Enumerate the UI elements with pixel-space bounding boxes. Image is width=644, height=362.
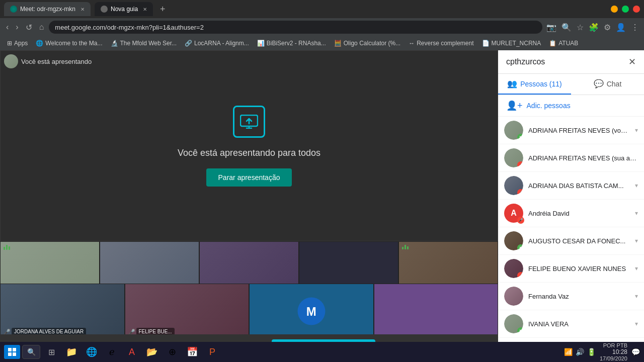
tab-meet[interactable]: Meet: odr-mgzx-mkn ✕ <box>4 2 91 16</box>
participant-list: ▶ ADRIANA FREITAS NEVES (você) ▾ 🎤 <box>498 117 644 362</box>
taskbar-date: 17/09/2020 <box>600 355 627 361</box>
tab-nova-close[interactable]: ✕ <box>143 7 147 12</box>
bookmark-bibiberv[interactable]: 📊 BiBiServ2 - RNAsha... <box>254 39 329 48</box>
tab-people[interactable]: 👥 Pessoas (11) <box>498 74 571 95</box>
taskbar-calendar[interactable]: 📅 <box>183 344 201 360</box>
bookmark-oligo[interactable]: 🧮 Oligo Calculator (%... <box>331 39 404 48</box>
participant-name-7: Fernanda Vaz <box>528 293 630 300</box>
taskbar-explorer[interactable]: 📁 <box>62 344 80 360</box>
muted-indicator: 🎤 <box>517 161 523 167</box>
search-icon[interactable]: 🔍 <box>560 22 573 33</box>
new-tab-button[interactable]: + <box>157 3 169 16</box>
nova-favicon-icon <box>101 6 108 13</box>
bookmark-mfold[interactable]: 🔬 The Mfold Web Ser... <box>108 39 180 48</box>
taskbar-language: POR PTB <box>603 342 627 348</box>
tab-chat[interactable]: 💬 Chat <box>571 74 644 95</box>
camera-icon[interactable]: 📷 <box>545 22 557 33</box>
taskbar-task-view[interactable]: ⊞ <box>42 344 60 360</box>
bookmark-apps[interactable]: ⊞ Apps <box>4 39 31 48</box>
extensions-icon[interactable]: 🧩 <box>588 22 600 33</box>
taskbar-search-button[interactable]: 🔍 <box>22 345 40 359</box>
participant-info-2: ADRIANA FREITAS NEVES (sua apres... <box>528 154 638 162</box>
speaking-indicator: ▶ <box>517 327 523 333</box>
maximize-button[interactable] <box>622 6 629 13</box>
list-item[interactable]: ▶ AUGUSTO CESAR DA FONEC... ▾ <box>498 227 644 255</box>
user-icon[interactable]: 👤 <box>615 22 627 33</box>
start-button[interactable] <box>4 345 20 359</box>
participant-cell-jordana: 🎤 JORDANA ALVES DE AGUIAR <box>0 284 125 339</box>
participant-avatar-2: 🎤 <box>504 148 523 167</box>
taskbar-right: 📶 🔊 🔋 POR PTB 10:28 17/09/2020 💬 <box>564 342 640 361</box>
sidebar-tabs: 👥 Pessoas (11) 💬 Chat <box>498 74 644 95</box>
system-tray: 📶 🔊 🔋 <box>564 348 596 356</box>
bookmark-icon[interactable]: ☆ <box>576 22 585 33</box>
participant-name-8: IVANIA VERA <box>528 320 630 328</box>
presenter-avatar <box>4 54 18 68</box>
speaker-icon[interactable]: 🔊 <box>576 348 584 356</box>
back-button[interactable]: ‹ <box>4 22 11 33</box>
menu-icon[interactable]: ⋮ <box>630 22 640 33</box>
apps-grid-icon: ⊞ <box>7 40 12 47</box>
add-person-icon: 👤+ <box>506 100 523 111</box>
chrome-icon[interactable]: ⚙ <box>603 22 612 33</box>
muted-indicator: 🎤 <box>517 189 523 195</box>
taskbar-adobe[interactable]: A <box>123 344 141 360</box>
bookmark-welcome[interactable]: 🌐 Welcome to the Ma... <box>33 39 105 48</box>
expand-icon-8: ▾ <box>635 320 638 327</box>
expand-icon-4: ▾ <box>635 210 638 217</box>
bookmark-mfold-label: The Mfold Web Ser... <box>120 40 177 47</box>
participant-name-3: ADRIANA DIAS BATISTA CAM... <box>528 182 630 190</box>
adobe-icon: A <box>129 347 135 357</box>
bookmark-atuab[interactable]: 📋 ATUAB <box>546 39 581 48</box>
taskbar-edge[interactable]: 🌐 <box>83 344 101 360</box>
bookmark-reverse-icon: ↔ <box>409 40 415 47</box>
sidebar-close-button[interactable]: ✕ <box>628 56 636 67</box>
forward-button[interactable]: › <box>14 22 20 33</box>
expand-icon-1: ▾ <box>635 127 638 134</box>
taskbar-clock: POR PTB 10:28 17/09/2020 <box>600 342 627 361</box>
list-item[interactable]: ▶ IVANIA VERA ▾ <box>498 310 644 338</box>
bookmark-bibiberv-icon: 📊 <box>257 40 265 47</box>
edge-icon: 🌐 <box>86 346 97 357</box>
tab-nova-label: Nova guia <box>111 6 138 13</box>
bookmark-murlet-label: MURLET_NCRNA <box>492 40 541 47</box>
battery-icon[interactable]: 🔋 <box>587 348 596 356</box>
bookmark-oligo-label: Oligo Calculator (%... <box>344 40 400 47</box>
home-button[interactable]: ⌂ <box>37 22 46 33</box>
presentation-title: Você está apresentando para todos <box>178 148 320 158</box>
refresh-button[interactable]: ↺ <box>24 22 34 33</box>
tab-nova[interactable]: Nova guia ✕ <box>95 2 153 16</box>
list-item[interactable]: 🎤 FELIPE BUENO XAVIER NUNES ▾ <box>498 255 644 283</box>
close-button[interactable] <box>633 6 640 13</box>
tab-meet-close[interactable]: ✕ <box>80 7 85 12</box>
tab-meet-label: Meet: odr-mgzx-mkn <box>20 6 75 13</box>
taskbar-files[interactable]: 📂 <box>143 344 161 360</box>
taskbar-powerpoint[interactable]: P <box>203 344 221 360</box>
participant-avatar-5: ▶ <box>504 231 523 250</box>
list-item[interactable]: 🎤 ADRIANA FREITAS NEVES (sua apres... <box>498 144 644 172</box>
expand-icon-3: ▾ <box>635 182 638 189</box>
speaking-indicator: ▶ <box>517 244 523 250</box>
list-item[interactable]: 🎤 ADRIANA DIAS BATISTA CAM... ▾ <box>498 172 644 200</box>
files-icon: 📂 <box>146 346 157 357</box>
taskbar-ie[interactable]: ℯ <box>103 344 121 360</box>
bookmark-reverse[interactable]: ↔ Reverse complement <box>406 39 476 48</box>
participant-name-5: AUGUSTO CESAR DA FONEC... <box>528 237 630 245</box>
presentation-section: Você está apresentando para todos Parar … <box>0 50 498 241</box>
network-icon[interactable]: 📶 <box>564 348 573 356</box>
bookmark-locarna-icon: 🔗 <box>185 40 192 47</box>
bookmarks-bar: ⊞ Apps 🌐 Welcome to the Ma... 🔬 The Mfol… <box>0 36 644 50</box>
list-item[interactable]: Fernanda Vaz ▾ <box>498 283 644 310</box>
minimize-button[interactable] <box>611 6 618 13</box>
list-item[interactable]: A 🎤 Andréia David ▾ <box>498 200 644 227</box>
add-people-button[interactable]: 👤+ Adic. pessoas <box>498 95 644 117</box>
list-item[interactable]: ▶ ADRIANA FREITAS NEVES (você) ▾ <box>498 117 644 144</box>
stop-presentation-button[interactable]: Parar apresentação <box>206 168 292 187</box>
notification-tray-icon[interactable]: 💬 <box>631 348 640 356</box>
taskbar-chrome[interactable]: ⊕ <box>163 344 181 360</box>
bookmark-locarna[interactable]: 🔗 LocARNA - Alignm... <box>182 39 252 48</box>
participant-name-1: ADRIANA FREITAS NEVES (você) <box>528 127 630 134</box>
address-bar[interactable] <box>49 21 542 34</box>
bookmark-murlet[interactable]: 📄 MURLET_NCRNA <box>479 39 544 48</box>
svg-rect-3 <box>8 348 12 351</box>
